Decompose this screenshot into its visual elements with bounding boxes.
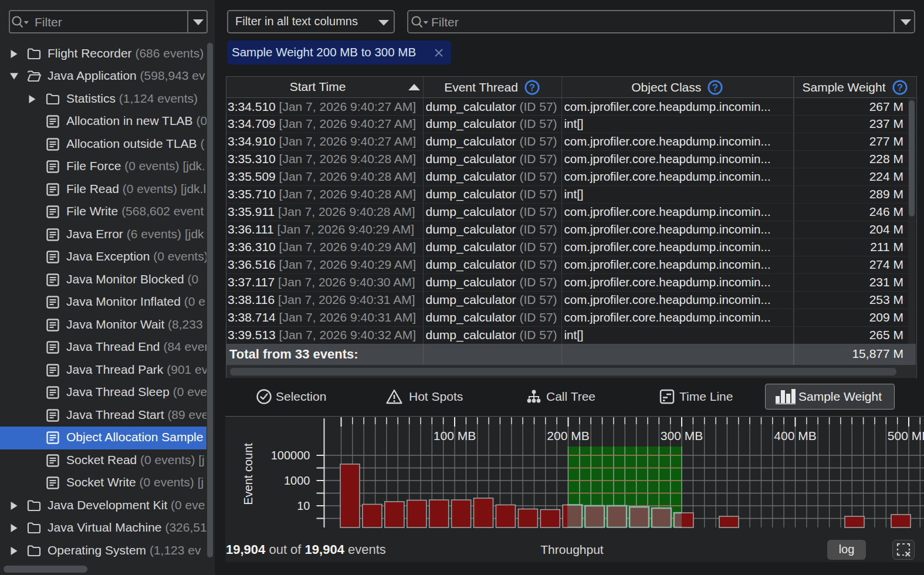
svg-text:10: 10 [297,499,310,512]
svg-text:?: ? [529,82,535,93]
svg-text:?: ? [896,82,902,93]
svg-text:500 MB: 500 MB [888,429,924,442]
svg-text:1000: 1000 [284,474,310,487]
svg-text:100 MB: 100 MB [434,429,476,442]
svg-text:Event count: Event count [242,443,255,505]
svg-text:200 MB: 200 MB [547,429,589,442]
svg-text:?: ? [712,82,718,93]
svg-text:400 MB: 400 MB [774,429,816,442]
svg-text:100000: 100000 [271,449,310,462]
svg-text:300 MB: 300 MB [661,429,703,442]
